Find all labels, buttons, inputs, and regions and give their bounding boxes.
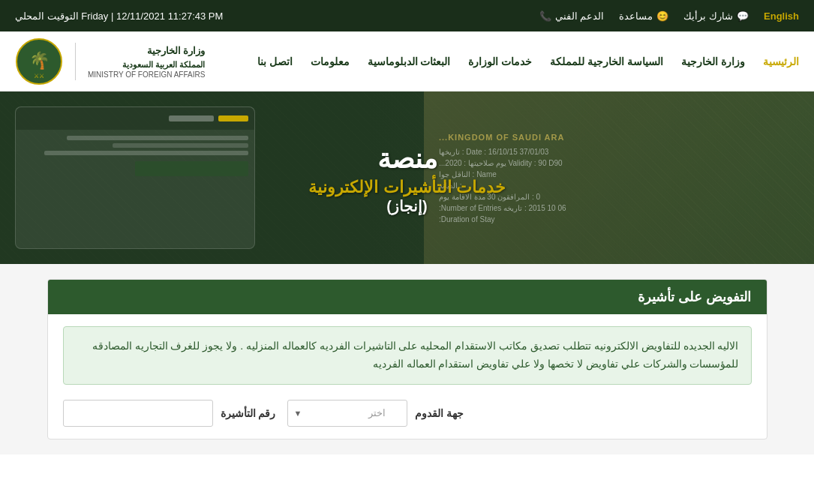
nav-item-home[interactable]: الرئيسية — [763, 55, 799, 68]
auth-alert: الاليه الجديده للتفاويض الالكترونيه تتطل… — [63, 326, 752, 385]
nav-item-missions[interactable]: البعثات الدبلوماسية — [368, 55, 451, 68]
hero-section: KINGDOM OF SAUDI ARA... Date : 16/10/15 … — [0, 92, 814, 264]
svg-text:⚔⚔: ⚔⚔ — [34, 73, 44, 80]
hero-bracket: (إنجاز) — [386, 197, 427, 215]
nav-links: الرئيسية وزارة الخارجية السياسة الخارجية… — [257, 55, 799, 68]
main-nav: الرئيسية وزارة الخارجية السياسة الخارجية… — [257, 55, 799, 68]
language-switch[interactable]: English — [764, 10, 799, 22]
hero-subtitle: خدمات التأشيرات الإلكترونية — [308, 178, 505, 197]
arrival-field: اختر الرياض جدة الدمام ▼ جهة القدوم — [287, 400, 464, 427]
share-link[interactable]: 💬 شارك برأيك — [683, 10, 749, 22]
svg-text:🌴: 🌴 — [29, 50, 50, 70]
auth-card-body: الاليه الجديده للتفاويض الالكترونيه تتطل… — [48, 314, 767, 439]
saudi-emblem: 🌴 ⚔⚔ — [15, 38, 63, 86]
arrival-select[interactable]: اختر الرياض جدة الدمام — [287, 400, 407, 427]
nav-item-policy[interactable]: السياسة الخارجية للمملكة — [550, 55, 663, 68]
top-bar-left: English 💬 شارك برأيك 😊 مساعدة الدعم الفن… — [539, 10, 799, 22]
support-link[interactable]: الدعم الفني 📞 — [539, 10, 605, 22]
ministry-name-ar2: المملكة العربية السعودية — [88, 58, 205, 71]
logo-area: وزارة الخارجية المملكة العربية السعودية … — [15, 38, 205, 86]
auth-card-header: التفويض على تأشيرة — [48, 280, 767, 314]
top-bar-datetime: Friday | 12/11/2021 11:27:43 PM التوقيت … — [15, 10, 223, 22]
ministry-logo: وزارة الخارجية المملكة العربية السعودية … — [15, 38, 205, 86]
logo-divider — [75, 43, 76, 80]
phone-icon: 📞 — [539, 10, 551, 22]
hero-overlay: منصة خدمات التأشيرات الإلكترونية (إنجاز) — [0, 92, 814, 264]
nav-bar: الرئيسية وزارة الخارجية السياسة الخارجية… — [0, 32, 814, 92]
smile-icon: 😊 — [656, 10, 668, 22]
visa-number-label: رقم التأشيرة — [221, 407, 276, 419]
visa-number-input[interactable] — [63, 400, 213, 427]
arrival-label: جهة القدوم — [415, 407, 464, 419]
top-bar: English 💬 شارك برأيك 😊 مساعدة الدعم الفن… — [0, 0, 814, 32]
main-content: التفويض على تأشيرة الاليه الجديده للتفاو… — [0, 264, 814, 454]
nav-item-info[interactable]: معلومات — [311, 55, 350, 68]
nav-item-ministry[interactable]: خدمات الوزارة — [468, 55, 532, 68]
chat-icon: 💬 — [737, 10, 749, 22]
visa-number-field: رقم التأشيرة — [63, 400, 276, 427]
help-link[interactable]: 😊 مساعدة — [619, 10, 668, 22]
hero-title: منصة — [377, 140, 437, 178]
nav-item-contact[interactable]: اتصل بنا — [257, 55, 293, 68]
ministry-name-en: MINISTRY OF FOREIGN AFFAIRS — [88, 70, 205, 79]
auth-form-row: اختر الرياض جدة الدمام ▼ جهة القدوم رقم … — [63, 400, 752, 427]
ministry-name-ar: وزارة الخارجية — [88, 44, 205, 58]
arrival-select-wrapper[interactable]: اختر الرياض جدة الدمام ▼ — [287, 400, 407, 427]
auth-card: التفويض على تأشيرة الاليه الجديده للتفاو… — [47, 279, 767, 440]
nav-item-foreign[interactable]: وزارة الخارجية — [681, 55, 745, 68]
